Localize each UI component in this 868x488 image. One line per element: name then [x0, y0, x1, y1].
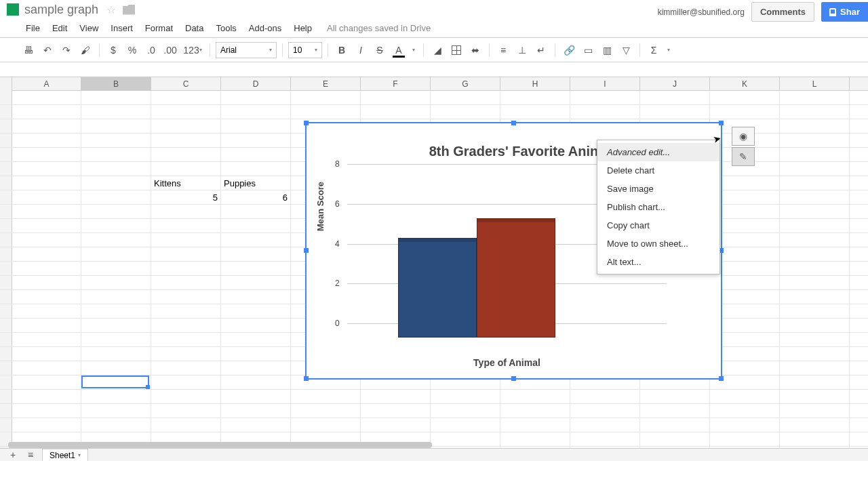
cell[interactable]: [221, 205, 291, 218]
cell[interactable]: [431, 404, 500, 418]
cell[interactable]: [780, 333, 850, 346]
cell[interactable]: [431, 91, 500, 104]
cell[interactable]: [12, 276, 81, 289]
font-select[interactable]: Arial▾: [216, 42, 277, 58]
cell[interactable]: [12, 361, 81, 375]
cell[interactable]: [81, 375, 151, 389]
menu-tools[interactable]: Tools: [210, 20, 241, 36]
row-header[interactable]: [0, 91, 12, 104]
row-header[interactable]: [0, 375, 12, 389]
col-header-F[interactable]: F: [361, 77, 431, 90]
col-header-A[interactable]: A: [12, 77, 81, 90]
cell[interactable]: [81, 162, 151, 176]
cell[interactable]: [780, 219, 850, 232]
merge-icon[interactable]: ⬌: [467, 42, 484, 58]
cell[interactable]: [151, 304, 221, 318]
menu-edit[interactable]: Edit: [47, 20, 73, 36]
cell[interactable]: [570, 390, 640, 403]
cell[interactable]: [12, 319, 81, 332]
cell[interactable]: [221, 105, 291, 119]
cell[interactable]: [291, 91, 361, 104]
cell[interactable]: [151, 347, 221, 361]
cell[interactable]: [780, 162, 850, 176]
cell[interactable]: [221, 375, 291, 389]
horizontal-scrollbar[interactable]: [8, 442, 432, 448]
cell[interactable]: [151, 205, 221, 218]
italic-button[interactable]: I: [353, 42, 369, 58]
text-color-button[interactable]: A: [391, 42, 407, 58]
cell[interactable]: [500, 91, 570, 104]
cell[interactable]: [81, 361, 151, 375]
cell[interactable]: [81, 333, 151, 346]
cell[interactable]: [81, 134, 151, 147]
cell[interactable]: [12, 333, 81, 346]
cell[interactable]: [640, 91, 710, 104]
ctx-copy-chart[interactable]: Copy chart: [597, 216, 719, 235]
cell[interactable]: [780, 375, 850, 389]
comment-icon[interactable]: ▭: [580, 42, 596, 58]
cell[interactable]: [81, 262, 151, 275]
cell[interactable]: [640, 432, 710, 446]
view-mode-icon[interactable]: ◉: [732, 127, 755, 146]
col-header-J[interactable]: J: [640, 77, 710, 90]
fill-color-icon[interactable]: ◢: [429, 42, 446, 58]
star-icon[interactable]: ☆: [106, 3, 116, 16]
cell[interactable]: [12, 148, 81, 161]
cell[interactable]: [151, 319, 221, 332]
menu-format[interactable]: Format: [140, 20, 178, 36]
cell[interactable]: [780, 233, 850, 247]
col-header-E[interactable]: E: [291, 77, 361, 90]
col-header-C[interactable]: C: [151, 77, 221, 90]
row-header[interactable]: [0, 262, 12, 275]
cell[interactable]: [81, 119, 151, 133]
dec-decimal-icon[interactable]: .0: [143, 42, 159, 58]
redo-icon[interactable]: ↷: [58, 42, 75, 58]
cell[interactable]: [710, 105, 780, 119]
menu-data[interactable]: Data: [180, 20, 209, 36]
cell[interactable]: [780, 105, 850, 119]
cell[interactable]: 6: [221, 190, 291, 204]
cell[interactable]: [151, 390, 221, 403]
cell[interactable]: [570, 404, 640, 418]
cell[interactable]: [12, 134, 81, 147]
cell[interactable]: [81, 91, 151, 104]
cell[interactable]: [151, 119, 221, 133]
cell[interactable]: [151, 162, 221, 176]
row-header[interactable]: [0, 390, 12, 403]
row-header[interactable]: [0, 347, 12, 361]
wrap-icon[interactable]: ↵: [533, 42, 549, 58]
borders-icon[interactable]: [448, 42, 465, 58]
row-header[interactable]: [0, 176, 12, 190]
resize-handle[interactable]: [304, 248, 309, 253]
cell[interactable]: [81, 205, 151, 218]
row-header[interactable]: [0, 247, 12, 261]
row-header[interactable]: [0, 333, 12, 346]
cell[interactable]: [780, 148, 850, 161]
cell[interactable]: [81, 304, 151, 318]
document-title[interactable]: sample graph: [24, 3, 98, 17]
cell[interactable]: [431, 105, 500, 119]
chart-icon[interactable]: ▥: [599, 42, 615, 58]
col-header-L[interactable]: L: [780, 77, 850, 90]
row-header[interactable]: [0, 219, 12, 232]
functions-button[interactable]: Σ: [646, 42, 662, 58]
col-header-G[interactable]: G: [431, 77, 500, 90]
cell[interactable]: [12, 304, 81, 318]
row-header[interactable]: [0, 148, 12, 161]
functions-dropdown-icon[interactable]: ▾: [665, 42, 673, 58]
resize-handle[interactable]: [511, 376, 516, 381]
cell[interactable]: [81, 233, 151, 247]
cell[interactable]: [291, 418, 361, 432]
cell[interactable]: [221, 333, 291, 346]
cell[interactable]: [500, 418, 570, 432]
bold-button[interactable]: B: [334, 42, 350, 58]
cell[interactable]: [780, 432, 850, 446]
row-header[interactable]: [0, 404, 12, 418]
cell[interactable]: [12, 290, 81, 304]
cell[interactable]: [151, 233, 221, 247]
cell[interactable]: [81, 105, 151, 119]
cell[interactable]: [570, 432, 640, 446]
cell[interactable]: [151, 91, 221, 104]
cell[interactable]: [431, 418, 500, 432]
cell[interactable]: [291, 105, 361, 119]
